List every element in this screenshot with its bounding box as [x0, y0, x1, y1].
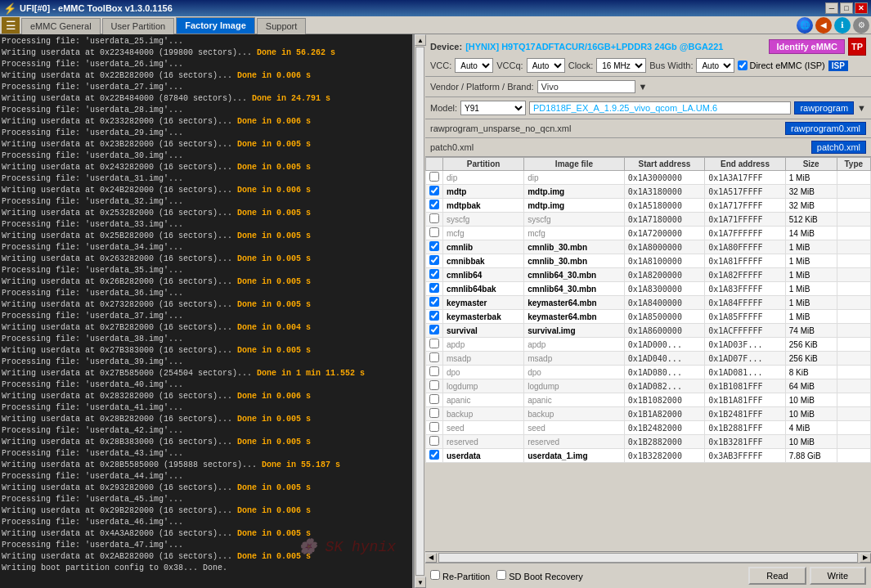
row-checkbox[interactable]: [429, 172, 439, 182]
row-checkbox[interactable]: [429, 339, 439, 348]
table-row[interactable]: cmnlib64bak cmnlib64_30.mbn 0x1A8300000 …: [426, 282, 871, 296]
table-row[interactable]: keymaster keymaster64.mbn 0x1A8400000 0x…: [426, 296, 871, 310]
row-checkbox[interactable]: [429, 366, 439, 376]
vendor-input[interactable]: [537, 80, 635, 93]
direct-emmc-label[interactable]: Direct eMMC (ISP): [738, 61, 824, 70]
table-row[interactable]: apanic apanic 0x1B1082000 0x1B1A81FFF 10…: [426, 393, 871, 407]
table-row[interactable]: dpo dpo 0x1AD080... 0x1AD081... 8 KiB: [426, 366, 871, 379]
row-checkbox[interactable]: [429, 422, 439, 432]
row-checkbox[interactable]: [429, 297, 439, 307]
model-select[interactable]: Y91: [460, 101, 526, 115]
vccq-select[interactable]: Auto: [527, 58, 565, 73]
row-checkbox[interactable]: [429, 311, 439, 321]
row-checkbox-cell[interactable]: [426, 338, 443, 352]
vcc-select[interactable]: Auto: [455, 58, 493, 73]
row-checkbox-cell[interactable]: [426, 213, 443, 227]
table-row[interactable]: syscfg syscfg 0x1A7180000 0x1A71FFFFF 51…: [426, 213, 871, 227]
row-checkbox[interactable]: [429, 283, 439, 293]
direct-emmc-checkbox[interactable]: [738, 61, 748, 70]
scroll-right-button[interactable]: ▶: [860, 553, 871, 563]
console-scrollbar[interactable]: ▲ ▼: [414, 34, 425, 588]
info-icon[interactable]: ℹ: [834, 17, 851, 34]
row-checkbox-cell[interactable]: [426, 407, 443, 421]
row-checkbox-cell[interactable]: [426, 352, 443, 366]
identify-emmc-button[interactable]: Identify eMMC: [769, 39, 845, 54]
rawprogram-button[interactable]: rawprogram: [794, 101, 854, 114]
table-row[interactable]: seed seed 0x1B2482000 0x1B2881FFF 4 MiB: [426, 421, 871, 435]
row-checkbox-cell[interactable]: [426, 449, 443, 463]
row-checkbox-cell[interactable]: [426, 268, 443, 282]
row-checkbox[interactable]: [429, 255, 439, 265]
row-checkbox-cell[interactable]: [426, 171, 443, 185]
row-checkbox-cell[interactable]: [426, 421, 443, 435]
tab-factory-image[interactable]: Factory Image: [176, 17, 255, 34]
row-checkbox[interactable]: [429, 325, 439, 334]
sdboot-label[interactable]: SD Boot Recovery: [496, 570, 583, 581]
row-checkbox[interactable]: [429, 227, 439, 237]
horizontal-scrollbar[interactable]: ◀ ▶: [425, 551, 871, 563]
row-checkbox-cell[interactable]: [426, 393, 443, 407]
scroll-thumb[interactable]: [415, 47, 424, 576]
sdboot-checkbox[interactable]: [496, 570, 506, 580]
close-button[interactable]: ✕: [855, 2, 868, 14]
scroll-down-button[interactable]: ▼: [415, 577, 426, 588]
row-checkbox[interactable]: [429, 241, 439, 251]
row-checkbox-cell[interactable]: [426, 324, 443, 338]
row-checkbox[interactable]: [429, 450, 439, 460]
write-button[interactable]: Write: [810, 567, 866, 585]
buswidth-select[interactable]: Auto: [696, 58, 734, 73]
globe-icon[interactable]: 🌐: [797, 17, 813, 34]
table-row[interactable]: cmnlib64 cmnlib64_30.mbn 0x1A8200000 0x1…: [426, 268, 871, 282]
table-row[interactable]: mcfg mcfg 0x1A7200000 0x1A7FFFFFF 14 MiB: [426, 227, 871, 240]
tp-avatar-button[interactable]: TP: [848, 38, 866, 56]
nav-icon[interactable]: ◀: [815, 17, 832, 34]
table-row[interactable]: userdata userdata_1.img 0x1B3282000 0x3A…: [426, 449, 871, 463]
table-row[interactable]: cmnibbak cmnlib_30.mbn 0x1A8100000 0x1A8…: [426, 254, 871, 268]
row-checkbox[interactable]: [429, 380, 439, 390]
row-checkbox[interactable]: [429, 200, 439, 209]
clock-select[interactable]: 16 MHz: [596, 58, 646, 73]
patch-file-button[interactable]: patch0.xml: [811, 141, 866, 154]
table-row[interactable]: survival survival.img 0x1A8600000 0x1ACF…: [426, 324, 871, 338]
row-checkbox-cell[interactable]: [426, 254, 443, 268]
row-checkbox-cell[interactable]: [426, 435, 443, 449]
table-row[interactable]: cmnlib cmnlib_30.mbn 0x1A8000000 0x1A80F…: [426, 240, 871, 254]
row-checkbox-cell[interactable]: [426, 379, 443, 393]
row-checkbox-cell[interactable]: [426, 282, 443, 296]
repartition-label[interactable]: Re-Partition: [430, 570, 490, 581]
rawprogram-path-input[interactable]: [529, 101, 791, 114]
row-checkbox-cell[interactable]: [426, 296, 443, 310]
read-button[interactable]: Read: [748, 567, 806, 585]
row-checkbox-cell[interactable]: [426, 240, 443, 254]
row-checkbox[interactable]: [429, 408, 439, 418]
row-checkbox-cell[interactable]: [426, 366, 443, 379]
table-row[interactable]: backup backup 0x1B1A82000 0x1B2481FFF 10…: [426, 407, 871, 421]
row-checkbox-cell[interactable]: [426, 227, 443, 240]
row-checkbox[interactable]: [429, 436, 439, 446]
table-scroll-area[interactable]: Partition Image file Start address End a…: [425, 157, 871, 551]
row-checkbox[interactable]: [429, 394, 439, 404]
hamburger-icon[interactable]: ☰: [2, 17, 20, 34]
rawprogram-file-button[interactable]: rawprogram0.xml: [785, 122, 866, 135]
row-checkbox-cell[interactable]: [426, 185, 443, 199]
row-checkbox-cell[interactable]: [426, 199, 443, 213]
tab-emmc-general[interactable]: eMMC General: [21, 18, 101, 34]
h-scroll-thumb[interactable]: [438, 553, 858, 563]
row-checkbox[interactable]: [429, 269, 439, 279]
tab-support[interactable]: Support: [257, 18, 307, 34]
table-row[interactable]: dip dip 0x1A3000000 0x1A3A17FFF 1 MiB: [426, 171, 871, 185]
table-row[interactable]: apdp apdp 0x1AD000... 0x1AD03F... 256 Ki…: [426, 338, 871, 352]
scroll-left-button[interactable]: ◀: [425, 553, 437, 563]
table-row[interactable]: logdump logdump 0x1AD082... 0x1B1081FFF …: [426, 379, 871, 393]
scroll-up-button[interactable]: ▲: [415, 34, 426, 46]
gear-icon[interactable]: ⚙: [853, 17, 869, 34]
table-row[interactable]: reserved reserved 0x1B2882000 0x1B3281FF…: [426, 435, 871, 449]
table-row[interactable]: msadp msadp 0x1AD040... 0x1AD07F... 256 …: [426, 352, 871, 366]
row-checkbox[interactable]: [429, 186, 439, 195]
tab-user-partition[interactable]: User Partition: [102, 18, 175, 34]
row-checkbox-cell[interactable]: [426, 310, 443, 324]
maximize-button[interactable]: □: [840, 2, 853, 14]
table-row[interactable]: keymasterbak keymaster64.mbn 0x1A8500000…: [426, 310, 871, 324]
table-row[interactable]: mdtp mdtp.img 0x1A3180000 0x1A517FFFF 32…: [426, 185, 871, 199]
row-checkbox[interactable]: [429, 352, 439, 362]
